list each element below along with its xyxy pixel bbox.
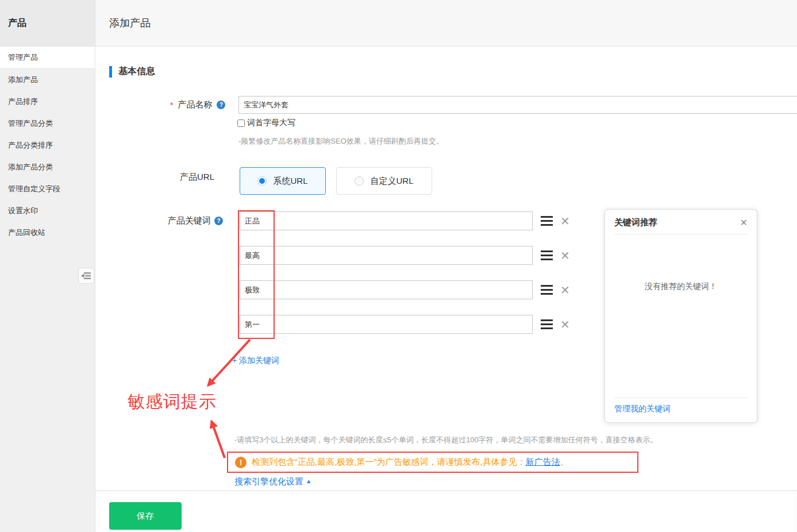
keyword-row: ✕ bbox=[240, 211, 570, 230]
sensitive-word-warning: ! 检测到包含“正品,最高,极致,第一”为广告敏感词，请谨慎发布,具体参见：新广… bbox=[227, 452, 638, 473]
keywords-label: 产品关键词 bbox=[168, 215, 211, 226]
sidebar-title: 产品 bbox=[0, 0, 95, 46]
sensitive-word-annotation: 敏感词提示 bbox=[128, 390, 217, 414]
panel-title: 关键词推荐 bbox=[614, 217, 657, 228]
sidebar-item-add-category[interactable]: 添加产品分类 bbox=[0, 156, 95, 178]
product-name-label: 产品名称 bbox=[178, 99, 212, 110]
keyword-input[interactable] bbox=[240, 211, 533, 230]
add-product-page: 产品 管理产品 添加产品 产品排序 管理产品分类 产品分类排序 添加产品分类 管… bbox=[0, 0, 797, 532]
keywords-hint: -请填写3个以上的关键词，每个关键词的长度≤5个单词，长度不得超过100字符，单… bbox=[234, 435, 658, 445]
keyword-row: ✕ bbox=[240, 280, 570, 299]
section-title: 基本信息 bbox=[118, 65, 155, 78]
panel-divider bbox=[614, 234, 748, 234]
collapse-sidebar-icon bbox=[81, 272, 91, 280]
required-asterisk: * bbox=[170, 101, 173, 110]
sidebar-item-manage-products[interactable]: 管理产品 bbox=[0, 46, 95, 69]
custom-url-label: 自定义URL bbox=[370, 176, 413, 187]
capitalize-label: 词首字母大写 bbox=[247, 118, 295, 128]
drag-handle-icon[interactable] bbox=[541, 285, 553, 295]
sidebar-item-custom-fields[interactable]: 管理自定义字段 bbox=[0, 178, 95, 200]
save-button[interactable]: 保存 bbox=[109, 502, 182, 530]
panel-header: 关键词推荐 ✕ bbox=[605, 210, 757, 234]
capitalize-checkbox-row: 词首字母大写 bbox=[237, 118, 295, 128]
page-header: 添加产品 bbox=[95, 0, 797, 47]
section-accent-bar bbox=[109, 66, 112, 78]
keyword-input[interactable] bbox=[240, 315, 533, 334]
ad-law-link[interactable]: 新广告法 bbox=[526, 457, 560, 467]
drag-handle-icon[interactable] bbox=[541, 250, 553, 260]
custom-url-option[interactable]: 自定义URL bbox=[336, 167, 432, 195]
product-name-label-row: * 产品名称 ? bbox=[170, 99, 225, 110]
close-icon[interactable]: ✕ bbox=[740, 218, 748, 228]
remove-keyword-icon[interactable]: ✕ bbox=[560, 215, 570, 227]
sidebar: 产品 管理产品 添加产品 产品排序 管理产品分类 产品分类排序 添加产品分类 管… bbox=[0, 0, 95, 532]
system-url-label: 系统URL bbox=[273, 176, 307, 187]
sidebar-item-product-sort[interactable]: 产品排序 bbox=[0, 91, 95, 113]
warning-icon: ! bbox=[235, 457, 247, 468]
keyword-row: ✕ bbox=[240, 315, 570, 334]
page-title: 添加产品 bbox=[109, 16, 151, 30]
footer-bar: 保存 bbox=[95, 490, 797, 532]
radio-unselected-icon bbox=[355, 176, 364, 186]
help-icon[interactable]: ? bbox=[214, 217, 223, 225]
product-name-hint: -频繁修改产品名称直接影响SEO效果，请仔细斟酌后再提交。 bbox=[238, 136, 444, 147]
add-keyword-link[interactable]: + 添加关键词 bbox=[232, 356, 279, 366]
warning-prefix: 检测到包含“正品,最高,极致,第一”为广告敏感词，请谨慎发布,具体参见： bbox=[252, 457, 526, 467]
remove-keyword-icon[interactable]: ✕ bbox=[560, 250, 570, 261]
keyword-row: ✕ bbox=[240, 246, 570, 265]
sidebar-item-recycle-bin[interactable]: 产品回收站 bbox=[0, 222, 95, 244]
system-url-option[interactable]: 系统URL bbox=[240, 167, 326, 195]
keywords-label-row: 产品关键词 ? bbox=[168, 215, 223, 226]
keyword-input[interactable] bbox=[240, 246, 533, 265]
keyword-input[interactable] bbox=[240, 280, 533, 299]
sidebar-item-category-sort[interactable]: 产品分类排序 bbox=[0, 134, 95, 156]
keyword-recommend-panel: 关键词推荐 ✕ 没有推荐的关键词！ 管理我的关键词 bbox=[605, 209, 757, 423]
drag-handle-icon[interactable] bbox=[541, 319, 553, 329]
warning-text: 检测到包含“正品,最高,极致,第一”为广告敏感词，请谨慎发布,具体参见：新广告法… bbox=[252, 457, 569, 468]
panel-empty-text: 没有推荐的关键词！ bbox=[605, 282, 757, 292]
warning-suffix: 。 bbox=[560, 457, 569, 467]
drag-handle-icon[interactable] bbox=[541, 216, 553, 226]
arrow-from-warning bbox=[211, 421, 225, 458]
manage-keywords-link[interactable]: 管理我的关键词 bbox=[605, 398, 757, 422]
basic-info-section-header: 基本信息 bbox=[109, 65, 155, 78]
help-icon[interactable]: ? bbox=[217, 101, 225, 109]
product-name-input[interactable] bbox=[238, 96, 797, 114]
seo-settings-toggle[interactable]: 搜索引擎优化设置 ▲ bbox=[234, 476, 311, 487]
collapse-up-icon: ▲ bbox=[306, 478, 311, 484]
panel-footer: 管理我的关键词 bbox=[605, 398, 757, 422]
remove-keyword-icon[interactable]: ✕ bbox=[560, 284, 570, 296]
remove-keyword-icon[interactable]: ✕ bbox=[560, 319, 570, 330]
radio-selected-icon bbox=[257, 176, 267, 186]
capitalize-checkbox[interactable] bbox=[237, 119, 245, 127]
sidebar-item-add-product[interactable]: 添加产品 bbox=[0, 69, 95, 91]
seo-settings-label: 搜索引擎优化设置 bbox=[234, 476, 303, 486]
sidebar-item-manage-categories[interactable]: 管理产品分类 bbox=[0, 113, 95, 134]
collapse-sidebar-button[interactable] bbox=[78, 268, 94, 284]
product-url-label: 产品URL bbox=[180, 172, 214, 183]
sidebar-item-watermark[interactable]: 设置水印 bbox=[0, 200, 95, 222]
